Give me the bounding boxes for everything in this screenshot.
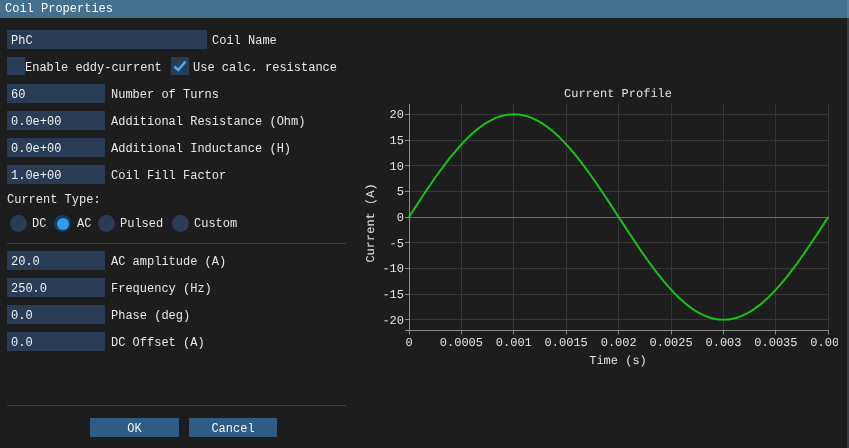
svg-text:0: 0 <box>397 211 404 225</box>
svg-text:0.001: 0.001 <box>496 336 532 350</box>
svg-text:0.0025: 0.0025 <box>649 336 692 350</box>
svg-text:0.0005: 0.0005 <box>440 336 483 350</box>
svg-text:-5: -5 <box>390 237 404 251</box>
svg-text:-20: -20 <box>382 314 404 328</box>
svg-text:0.002: 0.002 <box>601 336 637 350</box>
svg-text:0: 0 <box>405 336 412 350</box>
svg-text:-15: -15 <box>382 288 404 302</box>
svg-text:15: 15 <box>390 134 404 148</box>
svg-text:0.004: 0.004 <box>810 336 846 350</box>
svg-text:5: 5 <box>397 185 404 199</box>
svg-text:Time (s): Time (s) <box>589 354 647 368</box>
svg-text:20: 20 <box>390 108 404 122</box>
svg-text:0.0035: 0.0035 <box>754 336 797 350</box>
svg-text:Current (A): Current (A) <box>364 183 378 262</box>
svg-text:10: 10 <box>390 160 404 174</box>
svg-text:0.003: 0.003 <box>705 336 741 350</box>
svg-text:Current Profile: Current Profile <box>564 87 672 101</box>
svg-text:0.0015: 0.0015 <box>545 336 588 350</box>
svg-text:-10: -10 <box>382 262 404 276</box>
